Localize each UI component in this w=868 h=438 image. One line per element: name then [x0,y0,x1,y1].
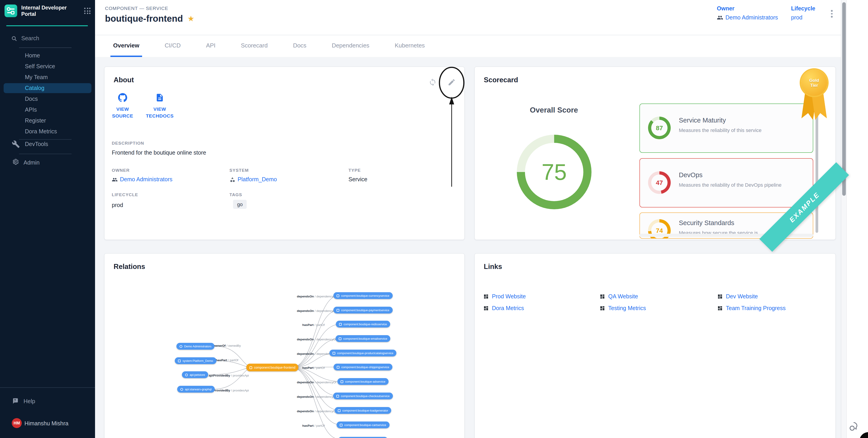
chat-widget-icon[interactable] [848,421,860,432]
lifecycle-value: prod [791,14,802,21]
divider [19,154,71,154]
link-prod-website[interactable]: Prod Website [483,293,526,300]
graph-node[interactable]: component:boutique-adservice [337,378,389,385]
sidebar-header: Internal Developer Portal [4,4,91,18]
type-value: Service [348,176,367,182]
breadcrumb: COMPONENT — SERVICE [105,5,168,11]
divider [0,388,95,388]
graph-node-clipped[interactable] [338,437,388,438]
link-dev-website[interactable]: Dev Website [717,293,758,300]
sidebar-item-my-team[interactable]: My Team [0,72,95,82]
sidebar: Internal Developer Portal Search Home Se… [0,0,95,438]
edge-label: dependsOn / dependencyOf [297,295,337,298]
overall-score-donut: 75 [517,135,591,209]
document-icon [155,93,164,102]
sidebar-item-self-service[interactable]: Self Service [0,62,95,71]
favorite-star-icon[interactable]: ★ [187,14,194,24]
link-dora-metrics[interactable]: Dora Metrics [483,305,524,311]
check-description: Measures the reliability of this service [679,128,762,133]
page-title: boutique-frontend ★ [105,13,194,24]
gold-tier-badge: Gold Tier [800,70,829,128]
user-avatar[interactable]: HM [12,418,22,428]
graph-node[interactable]: component:boutique-redisservice [336,321,390,328]
system-icon [229,176,235,182]
edge-label: ownerOf / ownedBy [213,344,241,347]
view-source-button[interactable]: VIEWSOURCE [105,93,140,120]
view-techdocs-button[interactable]: VIEWTECHDOCS [143,93,177,120]
system-link[interactable]: Platform_Demo [229,176,277,182]
sidebar-item-admin[interactable]: Admin [0,158,95,168]
lifecycle-value: prod [112,202,123,208]
refresh-icon[interactable] [429,78,437,86]
apps-grid-icon[interactable] [84,8,91,14]
graph-node[interactable]: component:boutique-checkoutservice [333,393,393,399]
page-scrollbar-thumb[interactable] [842,2,846,196]
graph-node[interactable]: component:boutique-shippingservice [334,364,392,370]
link-team-training[interactable]: Team Training Progress [717,305,786,311]
check-donut: 74 [648,219,671,239]
tab-cicd[interactable]: CI/CD [165,35,181,57]
graph-node[interactable]: component:boutique-emailservice [336,335,390,342]
tags-label: TAGS [229,192,242,197]
tab-overview[interactable]: Overview [113,35,140,57]
edge-label: dependsOn / dependencyOf [297,380,337,384]
tab-kubernetes[interactable]: Kubernetes [395,35,425,57]
dashboard-icon [600,306,605,311]
tag-chip[interactable]: go [233,200,247,209]
sidebar-item-help[interactable]: Help [0,396,95,406]
api-icon [185,373,188,376]
system-icon [178,359,181,362]
edge-label: apiProvidedBy / providesApi [209,374,249,377]
edge-label: hasPart / partOf [216,359,238,362]
description-value: Frontend for the boutique online store [112,149,206,156]
edit-pencil-icon[interactable] [447,78,456,86]
overall-score-label: Overall Score [509,106,599,114]
sidebar-item-docs[interactable]: Docs [0,94,95,104]
floating-action-button[interactable] [859,432,868,438]
graph-node-center[interactable]: component:boutique-frontend [246,364,299,371]
lifecycle-label: LIFECYCLE [112,192,138,197]
scorecard-card: Scorecard Gold Tier Overall Score 75 87 … [474,66,836,240]
graph-node-system[interactable]: system:Platform_Demo [175,357,216,364]
graph-node[interactable]: component:boutique-loadgenerator [335,407,391,414]
sidebar-item-catalog[interactable]: Catalog [4,83,91,93]
check-name: DevOps [679,171,703,178]
relations-card: Relations [104,253,465,438]
scorecard-title: Scorecard [484,76,518,84]
check-name: Service Maturity [679,116,726,124]
graph-node-api-petstore[interactable]: api:petstore [182,371,208,378]
graph-node[interactable]: component:boutique-productcatalogservice [330,350,397,357]
tab-scorecard[interactable]: Scorecard [241,35,268,57]
link-testing-metrics[interactable]: Testing Metrics [600,305,646,311]
sidebar-search[interactable]: Search [11,35,39,42]
graph-node-api-starwars[interactable]: api:starwars-graphql [177,386,215,393]
group-icon [717,14,723,21]
edge-label: dependsOn / dependencyOf [297,395,337,398]
user-name[interactable]: Himanshu Mishra [25,420,68,427]
check-card-devops[interactable]: 47 DevOps Measures the reliability of th… [640,158,813,207]
owner-link[interactable]: Demo Administrators [112,176,173,182]
graph-node-owner[interactable]: Demo Administrators [177,343,215,350]
sidebar-item-apis[interactable]: APIs [0,105,95,115]
tab-docs[interactable]: Docs [293,35,306,57]
sidebar-item-dora-metrics[interactable]: Dora Metrics [0,127,95,136]
links-title: Links [484,263,502,271]
sidebar-item-devtools[interactable]: DevTools [0,139,95,149]
graph-node[interactable]: component:boutique-currencyservice [333,292,392,299]
check-donut: 87 [648,116,671,139]
more-options-kebab-icon[interactable] [829,8,834,19]
owner-value[interactable]: Demo Administrators [717,14,778,21]
page-scrollbar[interactable] [841,0,846,438]
graph-node[interactable]: component:boutique-paymentservice [333,307,392,313]
edge-label: hasPart / partOf [302,424,325,427]
sidebar-item-home[interactable]: Home [0,50,95,61]
check-description: Measures the reliability of the DevOps p… [679,182,781,188]
tab-dependencies[interactable]: Dependencies [332,35,369,57]
entity-tabs: Overview CI/CD API Scorecard Docs Depend… [95,35,841,57]
group-icon [180,345,182,347]
tab-api[interactable]: API [206,35,215,57]
check-card-service-maturity[interactable]: 87 Service Maturity Measures the reliabi… [640,103,813,153]
link-qa-website[interactable]: QA Website [600,293,638,300]
graph-node[interactable]: component:boutique-cartservice [337,422,390,428]
sidebar-item-register[interactable]: Register [0,116,95,126]
